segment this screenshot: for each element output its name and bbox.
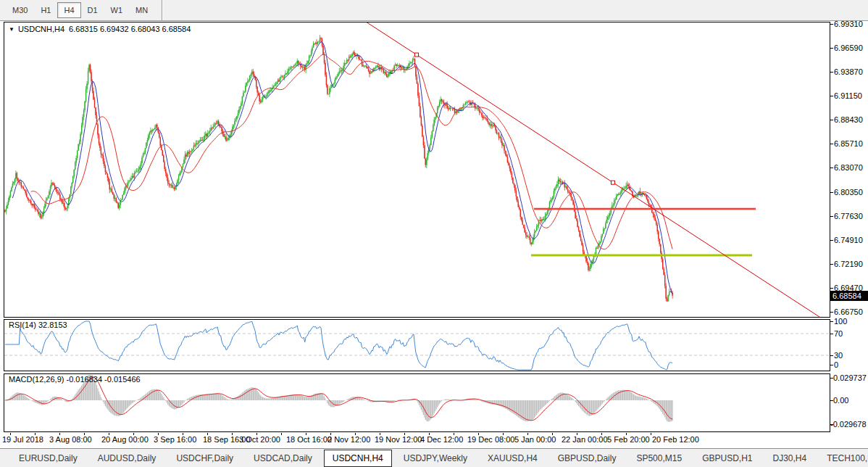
candle-body: [509, 165, 510, 168]
rsi-axis-label: 0: [834, 360, 838, 369]
timeframe-button-h4[interactable]: H4: [57, 2, 80, 18]
symbol-tab-xauusd[interactable]: XAUUSD,H4: [479, 450, 546, 466]
candle-body: [242, 96, 243, 104]
candle-body: [344, 63, 345, 66]
collapse-triangle-icon[interactable]: ▼: [9, 26, 14, 33]
candle-body: [550, 200, 551, 202]
candle-body: [329, 88, 330, 94]
symbol-tab-usdchf[interactable]: USDCHF,Daily: [167, 450, 242, 466]
candle-body: [46, 199, 47, 200]
candle-body: [328, 94, 329, 95]
price-axis-label: 6.96590: [834, 44, 863, 52]
candle-body: [165, 169, 166, 173]
symbol-tab-gbpusd[interactable]: GBPUSD,H1: [693, 450, 761, 466]
macd-indicator-panel[interactable]: MACD(12,26,9) -0.016834 -0.015466: [4, 373, 830, 432]
candle-body: [587, 262, 588, 263]
timeframe-button-mn[interactable]: MN: [129, 2, 154, 18]
candle-body: [46, 199, 46, 204]
symbol-tab-eurusd[interactable]: EURUSD,Daily: [10, 450, 86, 466]
rsi-chart-canvas[interactable]: [4, 320, 830, 371]
symbol-tab-usdcad[interactable]: USDCAD,Daily: [245, 450, 321, 466]
candle-body: [354, 52, 354, 55]
symbol-tab-audusd[interactable]: AUDUSD,Daily: [89, 450, 165, 466]
candle-body: [411, 62, 412, 63]
candle-body: [301, 66, 302, 67]
candle-body: [546, 214, 546, 216]
candle-body: [441, 99, 442, 101]
candle-body: [669, 291, 670, 292]
timeframe-button-m30[interactable]: M30: [6, 2, 34, 18]
candle-body: [645, 195, 646, 196]
candle-body: [179, 173, 180, 176]
candle-body: [573, 199, 574, 204]
candle-body: [159, 133, 159, 138]
symbol-tab-gbpusd[interactable]: GBPUSD,Daily: [549, 450, 625, 466]
candle-body: [62, 199, 62, 204]
candle-body: [311, 51, 312, 56]
candle-body: [627, 184, 628, 186]
candle-body: [304, 67, 304, 67]
main-chart-panel[interactable]: ▼USDCNH,H46.68315 6.69432 6.68043 6.6858…: [4, 22, 830, 318]
candle-body: [198, 143, 199, 144]
symbol-tab-tech100[interactable]: TECH100,H1: [818, 450, 868, 466]
candle-body: [666, 286, 667, 299]
candle-body: [10, 191, 11, 197]
candle-body: [664, 269, 664, 276]
candle-body: [119, 204, 120, 207]
candle-body: [143, 153, 144, 154]
rsi-indicator-panel[interactable]: RSI(14) 32.8153: [4, 319, 830, 371]
candle-body: [34, 204, 35, 208]
candle-body: [167, 178, 168, 183]
candle-body: [207, 133, 208, 137]
candle-body: [72, 176, 73, 183]
timeframe-button-w1[interactable]: W1: [104, 2, 130, 18]
candle-body: [236, 116, 237, 119]
trendline-handle[interactable]: [612, 181, 615, 184]
symbol-tab-sp500[interactable]: SP500,M15: [627, 450, 690, 466]
candle-body: [457, 111, 458, 112]
candle-body: [491, 124, 491, 126]
axis-tick: [830, 192, 833, 193]
candle-body: [359, 59, 360, 59]
candle-body: [435, 117, 435, 120]
candle-body: [625, 189, 625, 189]
candle-body: [325, 63, 325, 75]
candle-body: [139, 167, 140, 170]
symbol-tab-dj30[interactable]: DJ30,H4: [764, 450, 815, 466]
candle-body: [192, 149, 193, 151]
candlestick-chart-canvas[interactable]: [4, 22, 830, 317]
candle-body: [289, 69, 290, 70]
candle-body: [485, 117, 485, 118]
candle-body: [72, 183, 72, 186]
axis-tick: [830, 240, 833, 241]
candle-body: [145, 148, 146, 152]
candle-body: [618, 194, 619, 195]
candle-body: [213, 127, 214, 129]
candle-body: [57, 192, 58, 193]
candle-body: [53, 183, 54, 186]
candle-body: [452, 109, 453, 109]
candle-body: [507, 157, 508, 162]
candle-body: [636, 195, 637, 196]
symbol-tab-usdjpy[interactable]: USDJPY,Weekly: [395, 450, 476, 466]
symbol-tab-usdcnh[interactable]: USDCNH,H4: [324, 450, 392, 467]
candle-body: [202, 140, 203, 141]
candle-body: [664, 275, 665, 286]
candle-body: [282, 77, 283, 78]
candle-body: [253, 72, 254, 75]
candle-body: [468, 102, 469, 102]
descending-trendline[interactable]: [366, 22, 819, 317]
candle-body: [204, 136, 205, 139]
candle-body: [199, 141, 199, 143]
candle-body: [590, 264, 591, 269]
candle-body: [417, 77, 417, 84]
candle-body: [353, 52, 354, 54]
candle-body: [243, 93, 243, 96]
candle-body: [259, 95, 260, 102]
trendline-handle[interactable]: [415, 53, 419, 57]
candle-body: [657, 225, 658, 231]
timeframe-button-d1[interactable]: D1: [81, 2, 104, 18]
candle-body: [543, 219, 544, 220]
candle-body: [187, 152, 188, 157]
timeframe-button-h1[interactable]: H1: [34, 2, 57, 18]
